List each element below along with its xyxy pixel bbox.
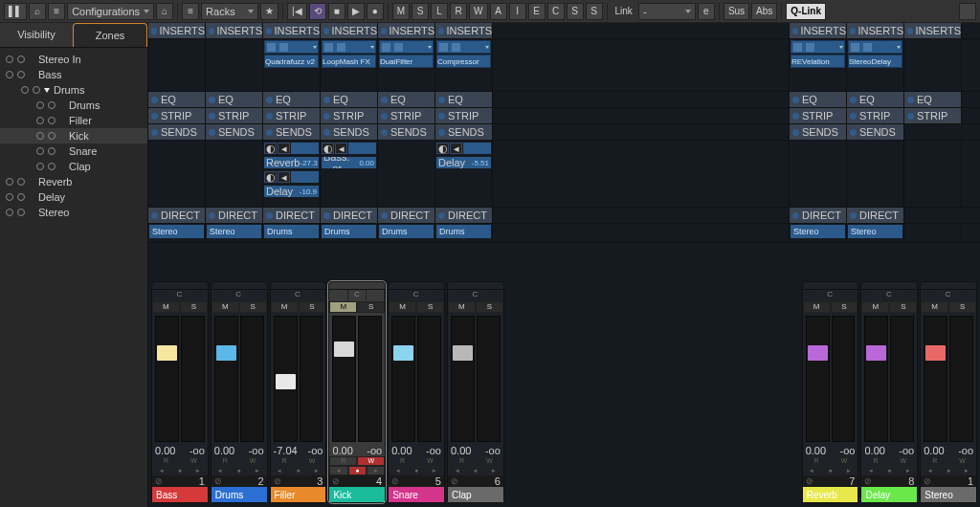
racks-select[interactable]: Racks [201, 3, 258, 20]
read-button[interactable]: R [329, 456, 357, 466]
strip-header[interactable]: STRIP [847, 108, 903, 123]
monitor-button[interactable]: ◂ [271, 466, 289, 475]
channel-name[interactable]: Kick [329, 487, 385, 502]
sends-header[interactable]: SENDS [435, 124, 492, 140]
strip-header[interactable]: STRIP [378, 108, 434, 123]
link-icon[interactable]: ⊘ [806, 476, 813, 486]
pan-right[interactable] [248, 290, 266, 301]
pan-left[interactable] [448, 290, 466, 301]
sends-header[interactable]: SENDS [790, 124, 846, 140]
send-prefader-icon[interactable]: ◂ [450, 143, 462, 154]
volume-fader[interactable] [214, 316, 238, 442]
bypass-dot[interactable] [381, 97, 388, 103]
filter-r[interactable]: R [450, 3, 467, 20]
menu-icon[interactable]: ≡ [48, 3, 65, 20]
play-button[interactable]: ▶ [347, 3, 365, 20]
filter-s[interactable]: S [412, 3, 429, 20]
monitor-button[interactable]: ◂ [921, 466, 939, 475]
pan-c[interactable]: C [407, 290, 425, 301]
bypass-dot[interactable] [209, 28, 214, 34]
routing-output[interactable]: Drums [436, 225, 491, 238]
pan-c[interactable]: C [230, 290, 248, 301]
mute-button[interactable]: M [271, 301, 299, 313]
eq-header[interactable]: EQ [847, 92, 903, 107]
link-icon[interactable]: ⊘ [451, 476, 458, 486]
record-button[interactable]: ● [367, 3, 384, 20]
monitor-button[interactable]: ◂ [389, 466, 407, 475]
filter-i[interactable]: I [509, 3, 526, 20]
fader-cap[interactable] [393, 345, 413, 361]
tree-item-filler[interactable]: Filler [0, 113, 147, 128]
zone-left-toggle[interactable] [21, 86, 29, 94]
zone-left-toggle[interactable] [6, 178, 13, 186]
bypass-dot[interactable] [209, 212, 215, 219]
search-icon[interactable]: ⌕ [29, 3, 46, 20]
bypass-dot[interactable] [266, 129, 273, 136]
pan-right[interactable] [485, 290, 503, 301]
monitor-button[interactable]: ◂ [152, 466, 170, 475]
bypass-dot[interactable] [323, 113, 330, 120]
zone-right-toggle[interactable] [17, 209, 25, 216]
write-button[interactable]: W [357, 456, 385, 466]
channel-name[interactable]: Clap [448, 487, 503, 502]
write-button[interactable]: W [948, 456, 976, 466]
pan-right[interactable] [189, 290, 208, 301]
bypass-dot[interactable] [151, 129, 158, 136]
panel-toggle-icon[interactable]: ▌▌ [4, 3, 27, 20]
bypass-dot[interactable] [381, 113, 388, 120]
inserts-header[interactable]: INSERTS [435, 23, 492, 38]
volume-fader[interactable] [451, 316, 475, 442]
bypass-dot[interactable] [792, 212, 799, 219]
filter-ss[interactable]: S [567, 3, 584, 20]
bypass-dot[interactable] [438, 129, 445, 136]
inserts-header[interactable]: INSERTS [321, 23, 377, 38]
fader-cap[interactable] [276, 374, 296, 389]
bypass-dot[interactable] [209, 97, 215, 103]
mute-button[interactable]: M [448, 301, 476, 313]
inserts-header[interactable]: INSERTS [206, 23, 262, 38]
insert-slot[interactable] [436, 40, 491, 54]
chevron-down-icon[interactable] [897, 46, 901, 49]
monitor-button[interactable]: ◂ [448, 466, 466, 475]
edit-button[interactable]: ▸ [189, 466, 208, 475]
pan-right[interactable] [839, 290, 858, 301]
routing-output[interactable]: Drums [379, 225, 434, 238]
fader-cap[interactable] [808, 345, 828, 361]
pan-left[interactable] [329, 290, 347, 301]
read-button[interactable]: R [389, 456, 416, 466]
pan-right[interactable] [307, 290, 325, 301]
insert-slot[interactable] [264, 40, 319, 54]
volume-fader[interactable] [924, 316, 947, 442]
send-enable-icon[interactable]: ◐ [322, 143, 334, 154]
channel-name[interactable]: Drums [212, 487, 267, 502]
direct-header[interactable]: DIRECT [790, 208, 846, 223]
zone-left-toggle[interactable] [36, 132, 44, 140]
filter-ss2[interactable]: S [586, 3, 603, 20]
inserts-header[interactable]: INSERTS [790, 23, 846, 38]
record-enable-button[interactable]: ● [407, 466, 425, 475]
abs-button[interactable]: Abs [751, 3, 777, 20]
link-icon[interactable]: ⊘ [864, 476, 872, 486]
volume-fader[interactable] [155, 316, 179, 442]
insert-name[interactable]: StereoDelay [848, 55, 902, 68]
strip-header[interactable]: STRIP [790, 108, 846, 123]
solo-button[interactable]: S [948, 301, 976, 313]
zone-right-toggle[interactable] [48, 147, 56, 155]
routing-output[interactable]: Stereo [848, 225, 902, 238]
bypass-dot[interactable] [850, 129, 857, 136]
configurations-select[interactable]: Configurations [67, 3, 154, 20]
rewind-button[interactable]: |◀ [287, 3, 307, 20]
solo-button[interactable]: S [416, 301, 444, 313]
pan-left[interactable] [212, 290, 230, 301]
bypass-dot[interactable] [323, 97, 330, 103]
bypass-dot[interactable] [151, 113, 158, 120]
zone-right-toggle[interactable] [48, 132, 56, 140]
edit-button[interactable]: ▸ [367, 466, 385, 475]
tab-visibility[interactable]: Visibility [0, 23, 73, 47]
bypass-dot[interactable] [792, 28, 798, 34]
inserts-header[interactable]: INSERTS [148, 23, 205, 38]
channel-name[interactable]: Delay [861, 487, 917, 502]
strip-header[interactable]: STRIP [263, 108, 320, 123]
bypass-dot[interactable] [850, 28, 856, 34]
monitor-button[interactable]: ◂ [803, 466, 821, 475]
